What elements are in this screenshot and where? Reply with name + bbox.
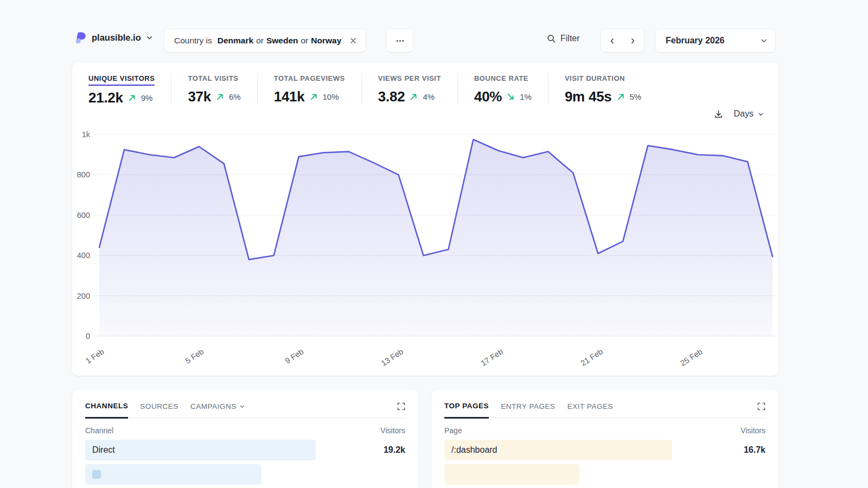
next-period-button[interactable]: [623, 30, 642, 51]
metric-label: VIEWS PER VISIT: [378, 74, 441, 85]
column-header-visitors: Visitors: [741, 426, 765, 435]
metric-label: BOUNCE RATE: [474, 74, 528, 85]
channel-row-direct[interactable]: Direct 19.2k: [85, 440, 405, 460]
svg-text:0: 0: [86, 332, 90, 341]
trend-down-icon: [507, 93, 515, 101]
tab-top-pages[interactable]: TOP PAGES: [444, 402, 489, 419]
chip-or: or: [256, 36, 264, 46]
filter-label: Filter: [560, 34, 580, 43]
page-row-partial[interactable]: [444, 464, 765, 485]
tab-entry-pages[interactable]: ENTRY PAGES: [501, 402, 555, 418]
trend-up-icon: [216, 93, 224, 101]
metric-change: 6%: [229, 92, 241, 101]
tab-channels[interactable]: CHANNELS: [85, 402, 128, 419]
tab-campaigns[interactable]: CAMPAIGNS: [190, 402, 245, 418]
svg-text:1 Feb: 1 Feb: [84, 347, 106, 365]
date-range-label: February 2026: [666, 36, 725, 46]
svg-text:9 Feb: 9 Feb: [284, 347, 305, 365]
tab-label: EXIT PAGES: [567, 402, 613, 410]
trend-up-icon: [410, 93, 418, 101]
row-name: Direct: [92, 445, 115, 455]
metric-value: 141k: [274, 88, 305, 105]
date-range-picker[interactable]: February 2026: [655, 29, 775, 52]
metric-change: 4%: [423, 92, 435, 101]
plausible-logo-icon: [74, 31, 87, 44]
tab-sources[interactable]: SOURCES: [140, 402, 178, 418]
metric-bounce-rate[interactable]: BOUNCE RATE 40% 1%: [457, 73, 548, 105]
page-row-dashboard[interactable]: /:dashboard 16.7k: [444, 440, 765, 460]
metric-label: TOTAL VISITS: [188, 74, 238, 85]
channel-row-partial[interactable]: [85, 464, 405, 485]
trend-up-icon: [128, 94, 136, 102]
chip-prefix: Country is: [174, 36, 212, 46]
chevron-down-icon: [757, 111, 764, 118]
chevron-down-icon: [146, 34, 153, 41]
ellipsis-icon: [395, 36, 405, 46]
expand-icon[interactable]: [757, 402, 765, 418]
metric-change: 1%: [520, 92, 532, 101]
metric-value: 37k: [188, 88, 211, 105]
tab-label: SOURCES: [140, 402, 178, 410]
filter-button[interactable]: Filter: [547, 34, 580, 43]
row-value: 16.7k: [744, 445, 765, 455]
row-name: /:dashboard: [451, 445, 497, 455]
download-icon[interactable]: [714, 110, 723, 119]
site-name: plausible.io: [92, 33, 141, 43]
svg-text:200: 200: [77, 292, 90, 300]
column-header-page: Page: [444, 426, 462, 435]
chip-or: or: [301, 36, 309, 46]
svg-text:400: 400: [77, 251, 90, 260]
column-header-visitors: Visitors: [380, 426, 405, 435]
tab-label: TOP PAGES: [444, 402, 489, 410]
tab-label: CAMPAIGNS: [190, 402, 237, 410]
metric-views-per-visit[interactable]: VIEWS PER VISIT 3.82 4%: [361, 73, 457, 105]
trend-up-icon: [310, 93, 318, 101]
visitors-area-chart[interactable]: 02004006008001k1 Feb5 Feb9 Feb13 Feb17 F…: [76, 126, 778, 369]
svg-text:25 Feb: 25 Feb: [679, 347, 704, 368]
trend-up-icon: [617, 93, 625, 101]
svg-text:17 Feb: 17 Feb: [479, 347, 505, 368]
metric-unique-visitors[interactable]: UNIQUE VISITORS 21.2k 9%: [88, 73, 171, 106]
metric-value: 40%: [474, 88, 502, 105]
svg-text:5 Feb: 5 Feb: [184, 347, 206, 365]
metric-label: TOTAL PAGEVIEWS: [274, 74, 345, 85]
svg-text:21 Feb: 21 Feb: [579, 347, 604, 368]
channels-panel: CHANNELS SOURCES CAMPAIGNS Channel Visit…: [72, 390, 418, 488]
svg-text:13 Feb: 13 Feb: [380, 347, 405, 368]
favicon-icon: [92, 470, 101, 479]
site-switcher[interactable]: plausible.io: [74, 31, 153, 44]
metric-value: 21.2k: [88, 89, 123, 106]
metric-change: 9%: [141, 93, 153, 102]
metric-total-visits[interactable]: TOTAL VISITS 37k 6%: [171, 73, 257, 105]
prev-period-button[interactable]: [603, 30, 622, 51]
column-header-channel: Channel: [85, 426, 113, 435]
chip-close-icon[interactable]: [349, 37, 357, 44]
row-value: 19.2k: [384, 445, 405, 455]
pages-panel: TOP PAGES ENTRY PAGES EXIT PAGES Page Vi…: [431, 390, 778, 488]
expand-icon[interactable]: [397, 402, 405, 418]
filter-chip-country[interactable]: Country is Denmark or Sweden or Norway: [164, 29, 366, 52]
metric-value: 9m 45s: [565, 88, 612, 105]
svg-text:1k: 1k: [82, 130, 91, 139]
top-stats-row: UNIQUE VISITORS 21.2k 9% TOTAL VISITS 37…: [72, 62, 778, 106]
metric-change: 5%: [630, 92, 642, 101]
metric-visit-duration[interactable]: VISIT DURATION 9m 45s 5%: [548, 73, 658, 105]
svg-text:600: 600: [77, 211, 90, 220]
tab-label: ENTRY PAGES: [501, 402, 555, 410]
search-icon: [547, 34, 556, 43]
more-filters-button[interactable]: [387, 29, 413, 52]
metric-value: 3.82: [378, 88, 405, 105]
channels-tabs: CHANNELS SOURCES CAMPAIGNS: [85, 402, 405, 418]
svg-text:800: 800: [77, 170, 90, 179]
metric-label: VISIT DURATION: [565, 74, 625, 85]
chip-country-1: Denmark: [218, 36, 253, 46]
chip-country-3: Norway: [311, 36, 341, 46]
metric-total-pageviews[interactable]: TOTAL PAGEVIEWS 141k 10%: [257, 73, 361, 105]
metric-label: UNIQUE VISITORS: [88, 74, 155, 86]
interval-label: Days: [734, 109, 754, 119]
pages-tabs: TOP PAGES ENTRY PAGES EXIT PAGES: [444, 402, 765, 418]
row-name: [92, 470, 101, 479]
tab-exit-pages[interactable]: EXIT PAGES: [567, 402, 613, 418]
interval-select[interactable]: Days: [734, 109, 764, 119]
row-bar: [85, 464, 261, 485]
